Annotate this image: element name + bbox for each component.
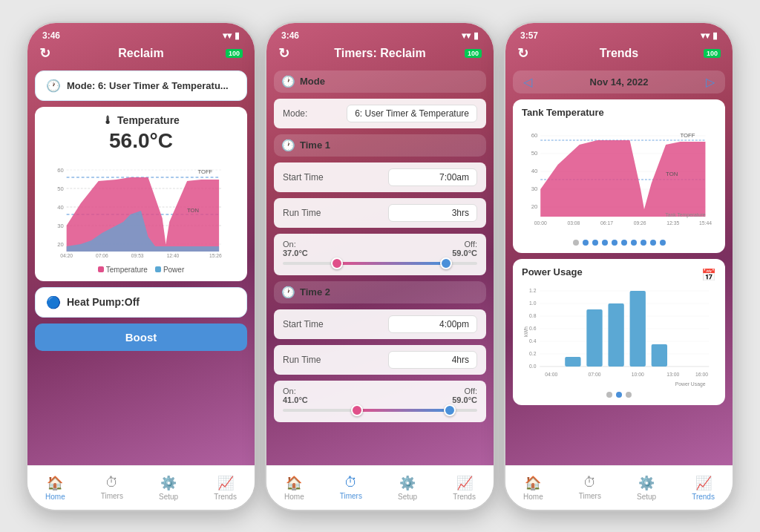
nav-timers-label-2: Timers bbox=[340, 492, 362, 500]
nav-trends-label-1: Trends bbox=[214, 493, 237, 501]
timers-icon-1: ⏱ bbox=[105, 475, 119, 490]
slider-1-on-label: On:37.0°C bbox=[283, 240, 308, 257]
power-dots bbox=[522, 392, 716, 398]
chart-legend-1: Temperature Power bbox=[45, 266, 237, 274]
nav-setup-3[interactable]: ⚙️ Setup bbox=[631, 472, 662, 504]
nav-home-3[interactable]: 🏠 Home bbox=[517, 472, 549, 504]
slider-2-thumb-right[interactable] bbox=[444, 404, 456, 416]
tank-chart-title: Tank Temperature bbox=[522, 107, 716, 118]
power-dot-1[interactable] bbox=[606, 392, 612, 398]
svg-text:16:00: 16:00 bbox=[695, 371, 708, 376]
main-area-1: 🕐 Mode: 6: User Timer & Temperatu... 🌡 T… bbox=[27, 66, 255, 465]
dot-1[interactable] bbox=[573, 240, 579, 246]
nav-trends-3[interactable]: 📈 Trends bbox=[686, 472, 721, 504]
svg-text:12:40: 12:40 bbox=[167, 252, 180, 257]
power-dot-3[interactable] bbox=[626, 392, 632, 398]
svg-text:50: 50 bbox=[531, 149, 538, 156]
svg-text:09:26: 09:26 bbox=[634, 220, 646, 225]
dot-7[interactable] bbox=[631, 240, 637, 246]
timers-icon-2: ⏱ bbox=[344, 475, 358, 490]
time1-run-row: Run Time 3hrs bbox=[274, 198, 486, 228]
dot-2[interactable] bbox=[583, 240, 589, 246]
time1-section-icon: 🕐 bbox=[281, 139, 295, 152]
dot-6[interactable] bbox=[621, 240, 627, 246]
nav-home-2[interactable]: 🏠 Home bbox=[278, 472, 310, 504]
nav-setup-2[interactable]: ⚙️ Setup bbox=[392, 472, 423, 504]
svg-text:0.8: 0.8 bbox=[529, 312, 537, 318]
dot-10[interactable] bbox=[660, 240, 666, 246]
mode-card-1[interactable]: 🕐 Mode: 6: User Timer & Temperatu... bbox=[35, 70, 247, 101]
nav-setup-1[interactable]: ⚙️ Setup bbox=[153, 472, 184, 504]
time1-section-label: Time 1 bbox=[300, 139, 330, 151]
slider-1-fill bbox=[337, 262, 446, 265]
home-icon-2: 🏠 bbox=[286, 475, 302, 491]
dot-8[interactable] bbox=[641, 240, 646, 246]
slider-2-fill bbox=[357, 409, 451, 412]
slider-1-thumb-left[interactable] bbox=[331, 257, 343, 269]
time-3: 3:57 bbox=[520, 30, 538, 41]
nav-timers-2[interactable]: ⏱ Timers bbox=[334, 472, 368, 503]
slider-2-thumb-left[interactable] bbox=[351, 404, 363, 416]
prev-date-icon[interactable]: ◁ bbox=[523, 75, 532, 89]
battery-badge-1: 100 bbox=[226, 49, 243, 58]
slider-1-track[interactable] bbox=[283, 262, 477, 265]
slider-2-track[interactable] bbox=[283, 409, 477, 412]
svg-text:07:00: 07:00 bbox=[589, 371, 601, 376]
date-nav: ◁ Nov 14, 2022 ▷ bbox=[513, 70, 725, 93]
time1-start-label: Start Time bbox=[283, 172, 324, 183]
power-chart: 1.2 1.0 0.8 0.6 0.4 0.2 0.0 kWh bbox=[522, 283, 716, 387]
time2-run-row: Run Time 4hrs bbox=[274, 345, 486, 375]
time2-run-label: Run Time bbox=[283, 355, 321, 365]
time2-section-header: 🕐 Time 2 bbox=[274, 281, 486, 303]
time1-start-value: 7:00am bbox=[388, 168, 477, 186]
svg-text:0.0: 0.0 bbox=[529, 363, 537, 368]
refresh-icon-2[interactable]: ↻ bbox=[278, 45, 289, 62]
legend-power: Power bbox=[155, 266, 184, 274]
nav-timers-3[interactable]: ⏱ Timers bbox=[573, 472, 607, 503]
svg-text:Power Usage: Power Usage bbox=[675, 381, 706, 387]
boost-button[interactable]: Boost bbox=[35, 324, 247, 351]
svg-text:kWh: kWh bbox=[523, 326, 528, 336]
power-dot-2[interactable] bbox=[616, 392, 622, 398]
svg-marker-33 bbox=[540, 140, 705, 217]
svg-rect-60 bbox=[586, 309, 602, 367]
mode-field-label: Mode: bbox=[283, 108, 307, 119]
legend-temp: Temperature bbox=[98, 266, 148, 274]
nav-home-1[interactable]: 🏠 Home bbox=[39, 472, 71, 504]
svg-rect-59 bbox=[565, 357, 580, 367]
nav-home-label-3: Home bbox=[523, 493, 543, 501]
svg-text:04:00: 04:00 bbox=[545, 371, 557, 376]
nav-trends-1[interactable]: 📈 Trends bbox=[208, 472, 243, 504]
nav-trends-2[interactable]: 📈 Trends bbox=[447, 472, 482, 504]
slider-1-thumb-right[interactable] bbox=[440, 257, 452, 269]
chart-area-1: 60 50 40 30 20 TOFF TON bbox=[45, 159, 237, 263]
next-date-icon[interactable]: ▷ bbox=[706, 75, 715, 89]
time1-section-header: 🕐 Time 1 bbox=[274, 134, 486, 157]
calendar-icon[interactable]: 📅 bbox=[701, 268, 716, 282]
dot-3[interactable] bbox=[592, 240, 598, 246]
svg-text:TON: TON bbox=[666, 170, 678, 177]
phone-screen-1: 3:46 ▾▾ ▮ ↻ Reclaim 100 🕐 Mode: 6: User … bbox=[26, 22, 256, 511]
dot-5[interactable] bbox=[612, 240, 618, 246]
slider-2-off-label: Off:59.0°C bbox=[452, 387, 477, 404]
signal-icons-3: ▾▾ ▮ bbox=[701, 30, 718, 41]
temp-label-1: Temperature bbox=[117, 114, 180, 126]
dot-9[interactable] bbox=[650, 240, 656, 246]
dot-4[interactable] bbox=[602, 240, 608, 246]
header-3: ↻ Trends 100 bbox=[505, 44, 733, 66]
header-title-1: Reclaim bbox=[118, 47, 163, 60]
refresh-icon-1[interactable]: ↻ bbox=[39, 45, 50, 62]
nav-timers-1[interactable]: ⏱ Timers bbox=[95, 472, 129, 503]
slider-1-row: On:37.0°C Off:59.0°C bbox=[274, 234, 486, 275]
svg-text:40: 40 bbox=[57, 203, 64, 210]
time2-start-value: 4:00pm bbox=[388, 315, 477, 333]
svg-text:TON: TON bbox=[187, 206, 199, 213]
nav-timers-label-1: Timers bbox=[101, 492, 123, 500]
svg-text:30: 30 bbox=[531, 185, 538, 191]
hp-label-1: Heat Pump:Off bbox=[67, 296, 140, 308]
bottom-nav-1: 🏠 Home ⏱ Timers ⚙️ Setup 📈 Trends bbox=[27, 465, 255, 510]
bottom-nav-3: 🏠 Home ⏱ Timers ⚙️ Setup 📈 Trends bbox=[505, 465, 733, 510]
svg-text:30: 30 bbox=[57, 222, 64, 229]
temp-value-1: 56.0°C bbox=[45, 129, 237, 153]
refresh-icon-3[interactable]: ↻ bbox=[517, 45, 528, 62]
